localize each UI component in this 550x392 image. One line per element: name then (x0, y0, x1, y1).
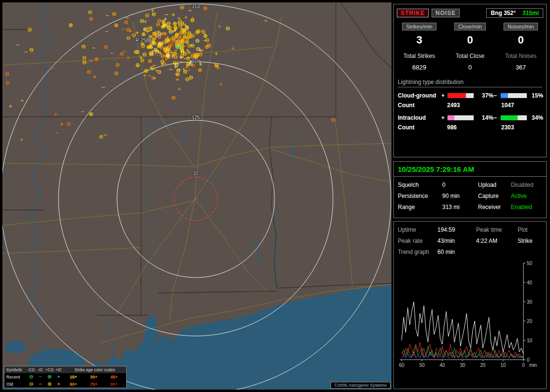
legend-col-ic-plus: +IC (54, 368, 63, 372)
ring-label-313: 313 (192, 4, 200, 9)
ic-minus-pct: 34% (527, 114, 543, 121)
legend-old-label: Old (4, 382, 27, 387)
plot-label: Plot (518, 226, 542, 233)
peak-rate-value: 43/min (437, 238, 476, 244)
copyright-notice: ©2005 Astrogenic Systems (331, 382, 391, 389)
strike-button[interactable]: STRIKE (397, 9, 429, 17)
cg-minus-old-icon: ⊖ (27, 381, 36, 387)
strike-symbol (187, 63, 189, 66)
app-window: 313 219 125 31 R-2588 Symbols -CG -IC +C… (0, 0, 550, 392)
svg-text:20: 20 (480, 363, 486, 368)
legend-col-ic-minus: -IC (36, 368, 45, 372)
strike-symbol (152, 32, 155, 35)
strike-symbol (149, 45, 152, 48)
range-label: Range (398, 204, 442, 210)
persistence-value: 90 min (442, 193, 478, 199)
age-60: 60+ (63, 382, 84, 387)
trend-series-Total strikes (402, 302, 523, 354)
svg-text:0: 0 (522, 363, 525, 368)
peak-rate-label: Peak rate (398, 238, 437, 244)
map-view[interactable]: 313 219 125 31 R-2588 Symbols -CG -IC +C… (2, 2, 391, 390)
strike-symbol (100, 135, 102, 138)
ic-plus-pct: 14% (474, 114, 493, 121)
rates-row: Strikes/min 3 Total Strikes 6829 Close/m… (394, 23, 546, 71)
ring-label-125: 125 (192, 115, 200, 120)
intracloud-count-row: Count 986 2303 (398, 124, 542, 131)
strike-symbol (167, 55, 170, 57)
peak-time-label: Peak time (476, 226, 518, 233)
ic-minus-recent-icon: − (36, 374, 45, 379)
plus-sign: + (441, 92, 447, 99)
total-close-label: Total Close (456, 53, 484, 59)
squelch-label: Squelch (398, 182, 442, 188)
strike-symbol (176, 73, 179, 76)
bearing-readout: Bng 352° 315mi (486, 8, 543, 18)
close-column: Close/min 0 Total Close 0 (445, 23, 495, 71)
legend-row-recent: Recent ⊖ − ⊕ + 15+ 30+ 45+ (4, 373, 126, 380)
strike-symbol (95, 58, 98, 61)
trend-graph-row: Trend graph 60 min (394, 244, 546, 255)
age-90: 90+ (104, 382, 124, 387)
trend-graph-label: Trend graph (398, 249, 437, 255)
legend-recent-label: Recent (4, 375, 27, 379)
status-panel: 10/25/2025 7:29:16 AM Squelch 0 Upload D… (393, 161, 547, 218)
trend-chart: 504030201006050403020100min (397, 260, 542, 378)
svg-text:0: 0 (527, 357, 530, 363)
strike-symbol (186, 41, 188, 43)
cg-minus-bar (500, 93, 527, 98)
strike-symbol (180, 43, 183, 46)
storm-cell-label: R-2588 (136, 38, 152, 43)
total-noises-value: 367 (516, 64, 526, 71)
strike-symbol (204, 7, 207, 10)
range-value: 313 mi (442, 204, 478, 210)
count-label: Count (398, 124, 447, 131)
close-per-min-chip[interactable]: Close/min (454, 23, 486, 30)
lightning-distribution-section: Lightning type distribution Cloud-ground… (398, 79, 542, 131)
strike-symbol (144, 28, 146, 31)
total-strikes-label: Total Strikes (404, 53, 435, 59)
age-15: 15+ (63, 375, 84, 379)
ring-label-31: 31 (193, 171, 199, 176)
bearing-value: Bng 352° (491, 10, 515, 16)
legend-col-cg-minus: -CG (27, 368, 36, 372)
age-75: 75+ (84, 382, 104, 387)
svg-text:60: 60 (399, 363, 405, 368)
map-svg: 313 219 125 31 R-2588 (2, 2, 391, 390)
uptime-value: 194:59 (437, 226, 476, 233)
squelch-value: 0 (442, 182, 478, 188)
total-close-value: 0 (468, 64, 472, 71)
minus-sign: − (493, 114, 500, 121)
capture-label: Capture (478, 193, 511, 199)
strike-symbol (205, 45, 208, 48)
trend-panel: Uptime 194:59 Peak time Plot Peak rate 4… (393, 221, 547, 389)
strike-symbol (174, 22, 176, 25)
cg-plus-old-icon: ⊕ (45, 381, 54, 387)
status-grid: Squelch 0 Upload Disabled Persistence 90… (394, 177, 546, 215)
strike-symbol (177, 45, 180, 48)
svg-text:50: 50 (527, 261, 533, 266)
ic-minus-count: 2303 (501, 124, 542, 131)
strike-symbol (179, 32, 182, 35)
ring-label-219: 219 (192, 59, 200, 64)
svg-text:10: 10 (527, 338, 533, 343)
noises-per-min-chip[interactable]: Noises/min (504, 23, 537, 30)
strike-symbol (69, 24, 72, 27)
count-label: Count (398, 102, 447, 109)
strike-stats-panel: STRIKE NOISE Bng 352° 315mi Strikes/min … (393, 4, 547, 157)
cg-minus-recent-icon: ⊖ (27, 374, 36, 379)
strikes-per-min-chip[interactable]: Strikes/min (402, 23, 436, 30)
svg-text:40: 40 (527, 280, 533, 285)
age-45: 45+ (104, 375, 124, 379)
cg-plus-count: 2493 (447, 102, 501, 109)
svg-text:10: 10 (500, 363, 506, 368)
intracloud-row: Intracloud + 14% − 34% (398, 114, 542, 121)
strike-symbol (163, 32, 166, 35)
legend-row-old: Old ⊖ − ⊕ + 60+ 75+ 90+ (4, 380, 126, 388)
age-30: 30+ (84, 375, 104, 379)
panel-header-row: STRIKE NOISE Bng 352° 315mi (394, 4, 546, 18)
legend-symbols-title: Symbols (4, 367, 27, 372)
cloud-ground-count-row: Count 2493 1047 (398, 102, 542, 109)
ic-plus-bar (447, 115, 474, 121)
noise-button[interactable]: NOISE (432, 9, 460, 17)
strike-symbol (199, 69, 202, 71)
